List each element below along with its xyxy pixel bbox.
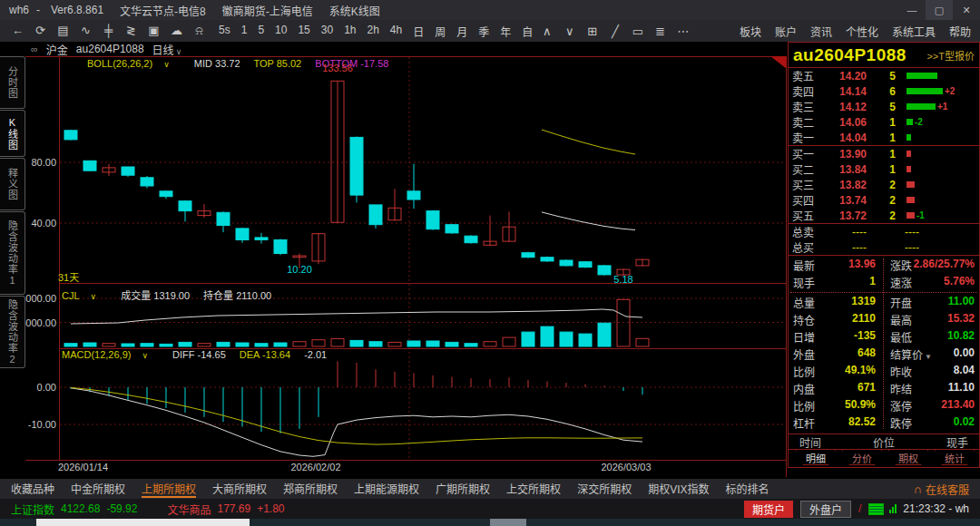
book-row-买一[interactable]: 买一13.901 (789, 146, 979, 161)
period-button-2h[interactable]: 2h (362, 24, 385, 39)
quote-panel-tabs: 明细分价期权统计 (789, 449, 979, 465)
book-level-label: 卖一 (792, 130, 821, 145)
close-button[interactable]: ✕ (953, 0, 980, 20)
refresh-icon[interactable]: ⟳ (32, 24, 49, 38)
quote-panel-header: au2604P1088 >>T型报价 (789, 43, 979, 68)
wenhua-index-label[interactable]: 文华商品 (167, 502, 211, 517)
period-button-10[interactable]: 10 (270, 24, 292, 39)
book-row-卖三[interactable]: 卖三14.125+1 (789, 99, 979, 114)
candle-body (426, 211, 439, 229)
exchange-tab-期权VIX指数[interactable]: 期权VIX指数 (648, 481, 709, 498)
book-row-卖五[interactable]: 卖五14.205 (789, 68, 979, 83)
menu-个性化[interactable]: 个性化 (846, 24, 878, 39)
tick-chart-icon[interactable]: ≷ (122, 24, 140, 38)
menu-系统工具[interactable]: 系统工具 (892, 24, 936, 39)
quote-tab-明细[interactable]: 明细 (796, 450, 836, 465)
add-window-icon[interactable]: ⊞ (583, 24, 601, 38)
panel-board-icon[interactable]: ▣ (145, 24, 162, 38)
online-service-button[interactable]: ∩ 在线客服 (914, 482, 969, 497)
book-row-卖二[interactable]: 卖二14.061-2 (789, 114, 979, 130)
period-button-4h[interactable]: 4h (385, 24, 407, 39)
book-row-买四[interactable]: 买四13.742 (789, 192, 979, 208)
sidebar-tab-隐含波动率2[interactable]: 隐含波动率2 (0, 296, 25, 368)
trend-line-icon[interactable]: ∿ (77, 24, 94, 38)
exchange-tab-标的排名[interactable]: 标的排名 (725, 481, 769, 498)
draw-line-icon[interactable]: ╱ (606, 24, 623, 38)
quote-tab-统计[interactable]: 统计 (935, 450, 975, 465)
period-button-季[interactable]: 季 (473, 24, 495, 39)
period-button-自[interactable]: 自 (516, 24, 538, 39)
t-quote-link[interactable]: >>T型报价 (926, 48, 975, 63)
back-icon[interactable]: ← (9, 24, 26, 38)
corner-marker-icon (770, 56, 787, 69)
overseas-account-button[interactable]: 外盘户 (800, 501, 851, 518)
exchange-tab-郑商所期权[interactable]: 郑商所期权 (283, 481, 338, 498)
period-button-30[interactable]: 30 (316, 24, 338, 39)
book-row-买二[interactable]: 买二13.841 (789, 161, 979, 177)
exchange-tab-大商所期权[interactable]: 大商所期权 (212, 481, 267, 498)
contract-code[interactable]: au2604P1088 (76, 43, 144, 55)
period-button-周[interactable]: 周 (429, 24, 451, 39)
period-button-5[interactable]: 5 (252, 24, 270, 39)
more-icon[interactable]: ⋯ (674, 24, 691, 38)
period-button-年[interactable]: 年 (495, 24, 516, 39)
quote-board-icon[interactable]: ▤ (54, 24, 72, 38)
sidebar-tab-K线图[interactable]: K线图 (0, 110, 25, 157)
jump-down-icon[interactable]: ∨ (561, 24, 578, 38)
period-selector[interactable]: 日线∨ (152, 42, 182, 57)
volume-bar (446, 342, 458, 346)
period-button-月[interactable]: 月 (451, 24, 473, 39)
chevron-down-icon[interactable]: ▼ (925, 353, 932, 361)
exchange-tab-深交所期权[interactable]: 深交所期权 (577, 481, 632, 498)
kline-chart[interactable]: 80.0040.008000.004000.000.00-10.00 (25, 56, 788, 477)
macd-indicator-selector[interactable]: MACD(12,26,9)∨ (62, 349, 159, 360)
market-monitor-icon[interactable] (868, 503, 884, 515)
exchange-tab-收藏品种[interactable]: 收藏品种 (11, 481, 54, 498)
stat-cell-right: 最低10.82 (884, 329, 975, 345)
cloud-download-icon[interactable]: ☁ (168, 24, 185, 38)
volume-bar (236, 343, 249, 346)
sidebar-tab-分时图[interactable]: 分时图 (0, 56, 25, 109)
exchange-tab-上期能源期权[interactable]: 上期能源期权 (354, 481, 419, 498)
sidebar-tab-释义图[interactable]: 释义图 (0, 158, 25, 210)
book-row-卖四[interactable]: 卖四14.146+2 (789, 83, 979, 99)
period-button-15[interactable]: 15 (292, 24, 315, 39)
book-row-买三[interactable]: 买三13.822 (789, 177, 979, 192)
taskbar-item[interactable] (490, 519, 526, 526)
kline-icon[interactable]: ╪ (100, 24, 117, 38)
exchange-tab-广期所期权[interactable]: 广期所期权 (436, 481, 490, 498)
quote-tab-分价[interactable]: 分价 (842, 450, 882, 465)
exchange-tab-上期所期权[interactable]: 上期所期权 (142, 481, 196, 498)
maximize-button[interactable]: ▢ (926, 0, 953, 20)
futures-account-button[interactable]: 期货户 (744, 501, 793, 518)
sidebar-tab-隐含波动率1[interactable]: 隐含波动率1 (0, 211, 25, 295)
menu-帮助[interactable]: 帮助 (949, 24, 971, 39)
exchange-tab-中金所期权[interactable]: 中金所期权 (71, 481, 125, 498)
link-icon[interactable]: ∞ (31, 44, 38, 54)
menu-资讯[interactable]: 资讯 (810, 24, 832, 39)
layout-icon[interactable]: ≣ (652, 24, 669, 38)
quote-contract-code[interactable]: au2604P1088 (793, 45, 906, 65)
period-button-1h[interactable]: 1h (338, 24, 361, 39)
book-bar-zone: -2 (906, 117, 975, 127)
market-name[interactable]: 沪金 (46, 42, 68, 57)
rect-tool-icon[interactable]: ▭ (629, 24, 646, 38)
menu-账户[interactable]: 账户 (775, 24, 797, 39)
book-row-卖一[interactable]: 卖一14.041 (789, 130, 979, 145)
volume-bar (407, 341, 420, 346)
period-button-1[interactable]: 1 (236, 24, 253, 39)
minimize-button[interactable]: — (898, 0, 926, 20)
book-row-买五[interactable]: 买五13.722-1 (789, 208, 979, 223)
period-button-5s[interactable]: 5s (213, 24, 236, 39)
boll-indicator-selector[interactable]: BOLL(26,26,2)∨ (87, 58, 181, 69)
jump-up-icon[interactable]: ∧ (538, 24, 555, 38)
menu-板块[interactable]: 板块 (740, 24, 761, 39)
period-button-日[interactable]: 日 (407, 24, 429, 39)
stat-value: 13.96 (848, 258, 876, 273)
quote-tab-期权[interactable]: 期权 (888, 450, 928, 465)
taskbar-window-preview[interactable] (36, 519, 250, 526)
alert-icon[interactable]: ⍾ (191, 24, 208, 38)
cjl-indicator-selector[interactable]: CJL∨ (62, 290, 107, 301)
sh-index-label[interactable]: 上证指数 (11, 502, 54, 517)
exchange-tab-上交所期权[interactable]: 上交所期权 (506, 481, 561, 498)
